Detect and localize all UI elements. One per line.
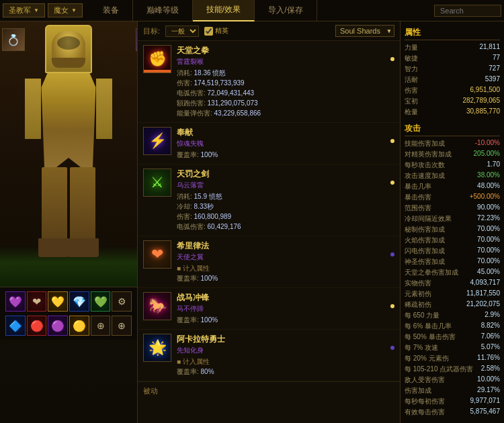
attr-value-elite-dmg: 205.00% (474, 150, 500, 159)
target-select[interactable]: 一般 (165, 26, 199, 37)
gem-slot-9[interactable]: 🟣 (48, 316, 68, 336)
attr-row-critdmg: 暴击伤害 +500.00% (405, 192, 500, 203)
attr-name-per-crit: 每 6% 暴击几率 (405, 322, 452, 331)
skill-indicator-1 (390, 57, 394, 61)
gem-slot-11[interactable]: ⊕ (91, 316, 111, 336)
attr-row-elite-dmg: 对精英伤害加成 205.00% (405, 149, 500, 160)
attr-value-aps: 1.70 (487, 160, 500, 170)
class-secondary-label: 魔女 (54, 5, 69, 15)
attr-row-recovery: 枪量 30,885,770 (405, 107, 500, 117)
elite-checkbox-label[interactable]: 精英 (204, 26, 228, 36)
attr-row-per-critdmg: 每 50% 暴击伤害 7.06% (405, 332, 500, 342)
eq-slot-amulet[interactable]: 📿 (136, 28, 138, 51)
skill-content-akarat: 阿卡拉特勇士 先知化身 ■ 计入属性 覆盖率: 80% (177, 334, 385, 377)
attr-value-enemy-debuff: 10.00% (477, 375, 500, 385)
skill-rune-heaven-sword: 乌云落雷 (177, 181, 385, 190)
attr-value-phys-dmg: 4,093,717 (470, 279, 501, 288)
skill-stats-heaven-sword: 消耗: 15.9 愤怒 冷却: 8.33秒 伤害: 160,800,989 电弧… (177, 191, 385, 232)
target-label: 目标: (143, 26, 160, 36)
gem-slot-3[interactable]: 💛 (48, 291, 68, 312)
skill-name-warhorse: 战马冲锋 (177, 292, 385, 303)
attr-name-sparse-dmg: 稀疏初伤 (405, 300, 431, 310)
skill-item-akarat: 🌟 阿卡拉特勇士 先知化身 ■ 计入属性 覆盖率: 80% (138, 330, 400, 381)
gem-slot-2[interactable]: ❤ (27, 291, 47, 312)
skill-icon-heaven-punch[interactable]: ✊ (143, 45, 171, 73)
gem-slot-10[interactable]: 🟡 (69, 316, 89, 336)
skill-item-warhorse: 🐎 战马冲锋 马不停蹄 覆盖率: 100% (138, 288, 400, 330)
attr-row-per-ias: 每 7% 攻速 5.07% (405, 342, 500, 353)
attr-row-elem-dmg: 元素初伤 11,817,550 (405, 289, 500, 299)
attr-value-per-crit: 8.82% (481, 322, 500, 331)
attr-value-per-elem: 11.76% (477, 354, 500, 363)
attr-name-dps: 每秒每初伤害 (405, 397, 445, 406)
attr-value-heaven-punch: 45.00% (477, 268, 500, 277)
attr-row-per-weapon: 每 105-210 点武器伤害 2.58% (405, 364, 500, 375)
attr-row-dps: 每秒每初伤害 9,977,071 (405, 396, 500, 407)
eq-slot-ring2[interactable]: 💍 (2, 28, 25, 51)
attr-row-per-str: 每 650 力量 2.9% (405, 310, 500, 321)
skill-stats-akarat: ■ 计入属性 覆盖率: 80% (177, 357, 385, 377)
attr-value-skill-dmg: -10.00% (475, 139, 500, 148)
attr-name-toughness: 宝初 (405, 97, 418, 106)
attr-name-enemy-debuff: 敌人受害伤害 (405, 375, 445, 385)
class-select-primary[interactable]: 圣教军 (3, 3, 45, 17)
attr-name-elem-dmg: 元素初伤 (405, 289, 431, 299)
skill-icon-warhorse[interactable]: 🐎 (143, 292, 171, 320)
attr-value-elem-dmg: 11,817,550 (466, 289, 500, 299)
bottom-gear-area: 💜 ❤ 💛 💎 💚 ⚙ 🔷 🔴 🟣 🟡 ⊕ ⊕ (0, 287, 137, 340)
right-arm-visual (96, 79, 112, 139)
top-navigation: 圣教军 魔女 装备 巅峰等级 技能/效果 导入/保存 (0, 0, 504, 21)
gem-slot-5[interactable]: 💚 (91, 291, 111, 312)
skill-content-dedication: 奉献 惊魂失魄 覆盖率: 100% (177, 127, 385, 160)
gem-slot-8[interactable]: 🔴 (27, 316, 47, 336)
skill-indicator-3 (390, 181, 394, 185)
attr-name-aps: 每秒攻击次数 (405, 160, 445, 170)
attr-name-cdr: 冷却间隔近效果 (405, 214, 452, 224)
attr-name-per-weapon: 每 105-210 点武器伤害 (405, 365, 473, 374)
attr-name-aoe: 范围伤害 (405, 203, 431, 213)
skill-content-heaven-sword: 天罚之剑 乌云落雷 消耗: 15.9 愤怒 冷却: 8.33秒 伤害: 160,… (177, 169, 385, 232)
skill-indicator-2 (390, 139, 394, 143)
attr-name-dmg-bonus: 伤害加成 (405, 386, 431, 395)
attr-row-heaven-punch: 天堂之拳伤害加成 45.00% (405, 267, 500, 278)
attr-name-heaven-punch: 天堂之拳伤害加成 (405, 268, 458, 277)
attr-name-damage: 伤害 (405, 86, 418, 95)
gem-slot-4[interactable]: 💎 (69, 291, 89, 312)
skill-rune-warhorse: 马不停蹄 (177, 304, 385, 314)
tab-import[interactable]: 导入/保存 (255, 0, 317, 21)
attr-row-eff-hit: 有效每击伤害 5,875,467 (405, 407, 500, 418)
skill-item-heaven-law: ❤ 希里律法 天使之翼 ■ 计入属性 覆盖率: 100% (138, 236, 400, 288)
attr-name-per-critdmg: 每 50% 暴击伤害 (405, 332, 456, 342)
attr-value-lightning: 70.00% (477, 246, 500, 256)
skill-icon-heaven-law[interactable]: ❤ (143, 240, 171, 269)
gem-slot-7[interactable]: 🔷 (5, 316, 26, 336)
gem-slot-12[interactable]: ⊕ (112, 316, 132, 336)
attr-value-per-weapon: 2.58% (481, 365, 500, 374)
attr-value-dps: 9,977,071 (470, 397, 501, 406)
soul-shards-select[interactable]: Soul Shards (335, 25, 394, 37)
skill-icon-heaven-sword[interactable]: ⚔ (143, 169, 171, 197)
attr-row-holy: 神圣伤害加成 70.00% (405, 256, 500, 267)
attr-value-strength: 21,811 (479, 43, 500, 52)
attr-value-critdmg: +500.00% (470, 193, 500, 202)
tab-equipment[interactable]: 装备 (89, 0, 133, 21)
tab-paragon[interactable]: 巅峰等级 (133, 0, 193, 21)
attr-row-arcane: 秘制伤害加成 70.00% (405, 224, 500, 235)
skill-name-heaven-sword: 天罚之剑 (177, 169, 385, 180)
skill-icon-akarat[interactable]: 🌟 (143, 334, 171, 362)
attr-name-recovery: 枪量 (405, 107, 418, 117)
attr-row-crit: 暴击几率 48.00% (405, 181, 500, 192)
elite-checkbox[interactable] (204, 27, 213, 36)
gem-slot-1[interactable]: 💜 (5, 291, 26, 312)
attr-row-aoe: 范围伤害 90.00% (405, 203, 500, 214)
attr-row-dex: 敏捷 77 (405, 53, 500, 64)
tab-skills[interactable]: 技能/效果 (193, 0, 255, 21)
skill-item-dedication: ⚡ 奉献 惊魂失魄 覆盖率: 100% (138, 123, 400, 164)
skill-icon-dedication[interactable]: ⚡ (143, 127, 171, 155)
attr-row-phys-dmg: 实物伤害 4,093,717 (405, 278, 500, 289)
attr-value-aoe: 90.00% (477, 203, 500, 213)
gem-slot-6[interactable]: ⚙ (112, 291, 132, 312)
attr-name-per-ias: 每 7% 攻速 (405, 343, 438, 352)
class-select-secondary[interactable]: 魔女 (48, 3, 83, 17)
search-input[interactable] (434, 5, 501, 17)
